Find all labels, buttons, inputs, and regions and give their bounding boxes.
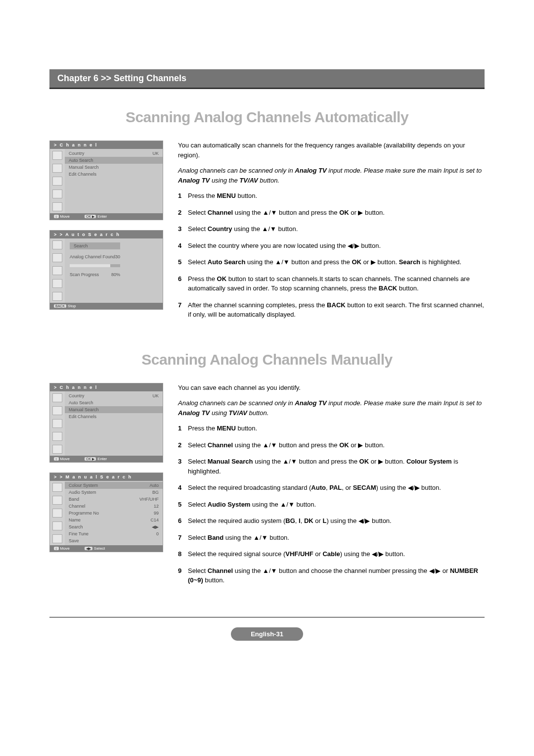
menu-footer: BACKStop: [50, 303, 163, 309]
menu-item: Search◀▶: [65, 523, 163, 530]
step-item: 6Press the OK button to start to scan ch…: [178, 274, 485, 293]
menu-item: NameC14: [65, 517, 163, 523]
menu-channel-manual: > C h a n n e l CountryUKAuto SearchManu…: [49, 383, 163, 463]
menu-item-list: Colour SystemAutoAudio SystemBGBandVHF/U…: [65, 481, 163, 545]
menu-icon: [52, 151, 62, 160]
menu-icon: [52, 406, 62, 415]
menu-icon-strip: [50, 149, 65, 213]
progress-bar: [70, 264, 120, 267]
step-list: 1Press the MENU button.2Select Channel u…: [178, 424, 485, 585]
step-item: 4Select the required broadcasting standa…: [178, 483, 485, 493]
menu-icon: [52, 534, 62, 543]
note-text: Analog channels can be scanned only in A…: [178, 398, 485, 418]
step-item: 2Select Channel using the ▲/▼ button and…: [178, 440, 485, 450]
chapter-header: Chapter 6 >> Setting Channels: [49, 69, 485, 89]
menu-title: > > A u t o S e a r c h: [50, 231, 163, 238]
menu-footer: ↕Move ◀▶Select: [50, 545, 163, 552]
menu-item-list: CountryUKAuto SearchManual SearchEdit Ch…: [65, 391, 163, 456]
progress-panel: Search Analog Channel Found30 Scan Progr…: [65, 238, 125, 303]
menu-title: > C h a n n e l: [50, 141, 163, 149]
menu-icon: [52, 521, 62, 530]
intro-text: You can automatically scan channels for …: [178, 141, 485, 160]
menu-item: Fine Tune0: [65, 530, 163, 537]
menu-icon: [52, 393, 62, 402]
step-item: 3Select Manual Search using the ▲/▼ butt…: [178, 457, 485, 476]
menu-item: CountryUK: [65, 392, 163, 399]
step-item: 6Select the required audio system (BG, I…: [178, 516, 485, 526]
menu-icon: [52, 164, 62, 173]
menu-icon: [52, 266, 62, 275]
menu-icon: [52, 189, 62, 198]
menu-item: Auto Search: [65, 399, 163, 406]
menu-footer: ↕Move OK ▶Enter: [50, 213, 163, 220]
menu-icon: [52, 202, 62, 211]
menu-icon-strip: [50, 391, 65, 456]
section-title-manual: Scanning Analog Channels Manually: [49, 351, 485, 368]
menu-auto-search: > > A u t o S e a r c h Search Analog Ch…: [49, 230, 163, 310]
menu-icon: [52, 496, 62, 505]
menu-icon: [52, 509, 62, 518]
menu-icon-strip: [50, 481, 65, 545]
menu-item: Colour SystemAuto: [65, 482, 163, 489]
search-row: Search: [70, 242, 120, 249]
menu-icon: [52, 483, 62, 492]
menu-item: BandVHF/UHF: [65, 496, 163, 503]
menu-item: Manual Search: [65, 406, 163, 413]
menu-icon: [52, 240, 62, 249]
step-item: 5Select Auto Search using the ▲/▼ button…: [178, 257, 485, 267]
menu-channel-auto: > C h a n n e l CountryUKAuto SearchManu…: [49, 141, 163, 220]
menu-icon: [52, 432, 62, 441]
step-item: 2Select Channel using the ▲/▼ button and…: [178, 208, 485, 218]
menu-item: Manual Search: [65, 164, 163, 171]
menu-icon-strip: [50, 238, 65, 303]
step-item: 1Press the MENU button.: [178, 191, 485, 201]
step-item: 3Select Country using the ▲/▼ button.: [178, 224, 485, 234]
page-number-label: English-31: [231, 627, 303, 641]
menu-item: Audio SystemBG: [65, 489, 163, 496]
step-item: 9Select Channel using the ▲/▼ button and…: [178, 566, 485, 585]
menu-item: Edit Channels: [65, 171, 163, 178]
menu-item: CountryUK: [65, 150, 163, 157]
menu-icon: [52, 177, 62, 186]
step-item: 8Select the required signal source (VHF/…: [178, 549, 485, 559]
menu-manual-search: > > M a n u a l S e a r c h Colour Syste…: [49, 472, 163, 552]
menu-icon: [52, 292, 62, 301]
menu-item: Edit Channels: [65, 413, 163, 420]
menu-footer: ↕Move OK ▶Enter: [50, 456, 163, 462]
step-item: 4Select the country where you are now lo…: [178, 241, 485, 251]
menu-icon: [52, 445, 62, 454]
menu-item: Auto Search: [65, 157, 163, 164]
step-item: 7After the channel scanning completes, p…: [178, 300, 485, 320]
note-text: Analog channels can be scanned only in A…: [178, 166, 485, 185]
intro-text: You can save each channel as you identif…: [178, 383, 485, 393]
menu-icon: [52, 253, 62, 262]
menu-icon: [52, 419, 62, 428]
page-footer: English-31: [49, 617, 485, 641]
step-list: 1Press the MENU button.2Select Channel u…: [178, 191, 485, 320]
menu-title: > C h a n n e l: [50, 383, 163, 391]
menu-item: Programme No99: [65, 510, 163, 517]
menu-item: Save: [65, 537, 163, 544]
section-title-auto: Scanning Analog Channels Automatically: [49, 109, 485, 126]
step-item: 1Press the MENU button.: [178, 424, 485, 433]
step-item: 7Select Band using the ▲/▼ button.: [178, 533, 485, 543]
menu-icon: [52, 279, 62, 288]
menu-item-list: CountryUKAuto SearchManual SearchEdit Ch…: [65, 149, 163, 213]
menu-item: Channel12: [65, 503, 163, 510]
step-item: 5Select Audio System using the ▲/▼ butto…: [178, 500, 485, 510]
menu-title: > > M a n u a l S e a r c h: [50, 473, 163, 481]
